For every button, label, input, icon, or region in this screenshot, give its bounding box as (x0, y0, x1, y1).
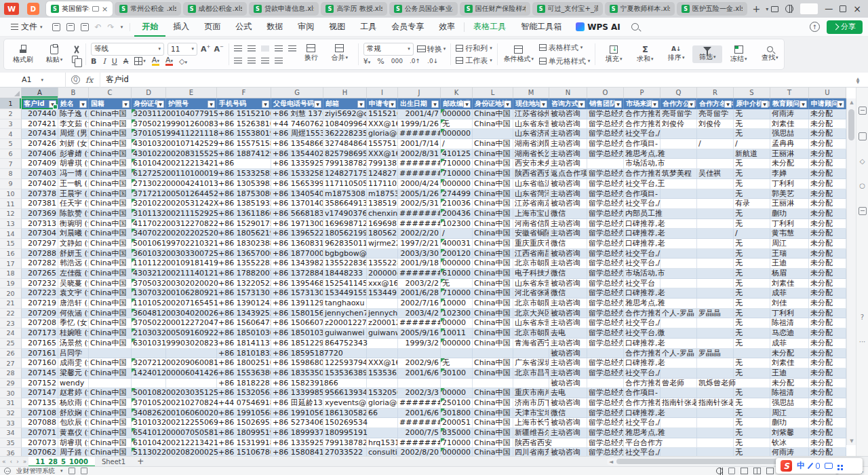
cell-N31[interactable]: 被动咨询 (549, 398, 587, 408)
cell-G21[interactable]: +86 1391129694 (271, 299, 323, 309)
cell-N18[interactable]: 微信 (549, 269, 587, 279)
cell-N15[interactable]: 微信 (549, 239, 587, 249)
cell-N30[interactable]: 去电 (549, 388, 587, 398)
cell-D35[interactable]: 610104200212213421 (132, 438, 166, 449)
cell-F15[interactable]: +86 18302388 (217, 239, 271, 249)
cell-M25[interactable]: 青海省西宁 (513, 339, 549, 349)
cell-T12[interactable]: 蒯玏 (770, 209, 809, 219)
row-header-2[interactable]: 2 (0, 109, 22, 119)
cell-T26[interactable]: 未分配 (770, 349, 809, 359)
cell-G13[interactable]: +86 1971300890 (271, 219, 323, 229)
document-tab-2[interactable]: S成都公积金.xlsx (183, 2, 247, 16)
cell-D34[interactable]: 654101200007050581 (132, 428, 166, 438)
sidebar-panel-icon-2[interactable] (859, 132, 867, 140)
cell-T29[interactable]: 未分配 (770, 379, 809, 389)
cell-P7[interactable]: 市场活动,市 (624, 159, 660, 169)
cell-Q32[interactable] (660, 408, 697, 419)
cell-C17[interactable]: China中国 (89, 259, 132, 269)
cell-T16[interactable]: 王瑞 (770, 249, 809, 259)
italic-button[interactable]: I (102, 58, 105, 65)
cell-Q15[interactable] (660, 239, 697, 249)
cell-U2[interactable]: 未分配 (809, 109, 846, 119)
cell-U22[interactable]: 未分配 (809, 309, 846, 319)
cell-C33[interactable]: China中国 (89, 418, 132, 428)
cell-R6[interactable] (697, 149, 734, 159)
cell-I2[interactable]: 151521001 (367, 109, 398, 119)
cell-M22[interactable]: 北京大兴区 (513, 309, 549, 319)
cell-D27[interactable]: 320721200209060081 (132, 358, 166, 368)
header-cell-A[interactable]: 客户id▼ (22, 98, 58, 109)
cell-H35[interactable]: 799138782 (323, 438, 367, 449)
menu-item-表格工具[interactable]: 表格工具 (466, 18, 513, 37)
cell-A32[interactable]: 207108 (22, 408, 58, 419)
cell-M6[interactable]: 湖南省长沙 (513, 149, 549, 159)
cell-F4[interactable]: +86 15538019 (217, 129, 271, 139)
cell-I23[interactable]: z20001227 (367, 318, 398, 328)
column-header-K[interactable]: K (441, 88, 473, 98)
cell-A25[interactable]: 207165 (22, 339, 58, 349)
cell-Q19[interactable] (660, 279, 697, 289)
convert-button[interactable]: 转换▾ (417, 45, 446, 53)
cell-T18[interactable]: 杨眉 (770, 269, 809, 279)
cell-H8[interactable]: 124827175 (323, 169, 367, 179)
cell-M32[interactable]: 天津市宝坻 (513, 408, 549, 419)
cell-C24[interactable]: China中国 (89, 328, 132, 339)
row-header-13[interactable]: 13 (0, 219, 22, 229)
cell-B8[interactable]: 冯一博 (男 (58, 169, 89, 179)
cell-U33[interactable]: 未分配 (809, 418, 846, 428)
cell-N11[interactable]: 被动咨询 (549, 199, 587, 209)
cell-U18[interactable]: 未分配 (809, 269, 846, 279)
cell-H9[interactable]: 117110505 (323, 179, 367, 189)
row-header-4[interactable]: 4 (0, 129, 22, 139)
cell-F32[interactable]: +86 19910568 (217, 408, 271, 419)
cell-B33[interactable]: 包欣辰 (女 (58, 418, 89, 428)
cell-O4[interactable]: 留学总经办 (587, 129, 624, 139)
cell-Q7[interactable] (660, 159, 697, 169)
cell-H31[interactable]: xyevents@ (323, 398, 367, 408)
copy-button[interactable] (72, 56, 78, 63)
cell-S27[interactable]: 无 (734, 358, 770, 368)
formula-bar-expand-icon[interactable]: ▲▼ (848, 77, 868, 83)
cell-A9[interactable]: 207402 (22, 179, 58, 189)
cell-G15[interactable]: +86 1360831276 (271, 239, 323, 249)
cell-D24[interactable]: 210303200509160922 (132, 328, 166, 339)
cell-O36[interactable]: 留学总经办 (587, 448, 624, 456)
cell-D25[interactable]: 630103199903020823 (132, 339, 166, 349)
header-cell-N[interactable]: 咨询方式▼ (549, 98, 587, 109)
cell-C16[interactable]: China中国 (89, 249, 132, 259)
cell-H11[interactable]: 358664913 (323, 199, 367, 209)
row-header-19[interactable]: 19 (0, 279, 22, 289)
cell-I11[interactable]: 138519326 (367, 199, 398, 209)
cell-H19[interactable]: 152541145 (323, 279, 367, 289)
row-header-29[interactable]: 29 (0, 379, 22, 389)
wps-ai-button[interactable]: WPS AI (569, 22, 627, 32)
cell-M5[interactable]: 湖南省浏阳 (513, 139, 549, 149)
menu-item-插入[interactable]: 插入 (165, 18, 197, 37)
cell-H34[interactable]: 180995191 (323, 428, 367, 438)
cell-L28[interactable]: China中国 (473, 368, 513, 379)
cell-K13[interactable]: 102300 (441, 219, 473, 229)
sheet-tab-Sheet1[interactable]: Sheet1 (95, 457, 132, 467)
cell-S25[interactable]: 无 (734, 339, 770, 349)
cell-P21[interactable]: 雅思考点,雅 (624, 299, 660, 309)
cell-I9[interactable]: 117110505 (367, 179, 398, 189)
cell-L14[interactable]: China中国 (473, 229, 513, 239)
cell-I27[interactable]: XXX@163.c (367, 358, 398, 368)
cell-Q33[interactable] (660, 418, 697, 428)
tab-window-icon[interactable] (92, 6, 99, 12)
cell-D21[interactable]: 110105200207165451 (132, 299, 166, 309)
cell-A19[interactable]: 207232 (22, 279, 58, 289)
cell-M34[interactable]: 新疆维吾尔 (513, 428, 549, 438)
cell-G25[interactable]: +86 1851229020 (271, 339, 323, 349)
cell-T8[interactable]: 李婵 (770, 169, 809, 179)
cell-J3[interactable]: 1999/1/26 (398, 119, 441, 130)
document-tab-7[interactable]: S可过_支付宝+_滴滴 (532, 2, 603, 16)
cell-H33[interactable]: 150269534 (323, 418, 367, 428)
cell-A5[interactable]: 207426 (22, 139, 58, 149)
ime-language-toggle[interactable]: 中 (797, 460, 805, 472)
cell-Q34[interactable] (660, 428, 697, 438)
cell-G27[interactable]: +86 1598680231 (271, 358, 323, 368)
cell-J13[interactable]: ######### (398, 219, 441, 229)
cell-F35[interactable]: +86 15319918 (217, 438, 271, 449)
cell-U31[interactable]: 未分配 (809, 398, 846, 408)
